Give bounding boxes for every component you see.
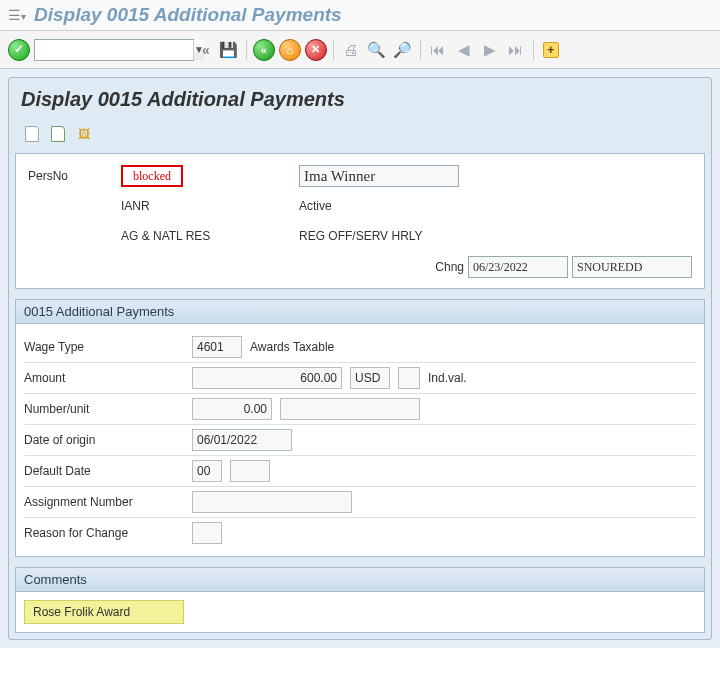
dateorigin-label: Date of origin — [24, 433, 184, 447]
position-text: REG OFF/SERV HRLY — [299, 229, 423, 243]
assignment-label: Assignment Number — [24, 495, 184, 509]
menu-icon[interactable]: ☰▾ — [8, 7, 26, 23]
command-input[interactable] — [35, 43, 193, 57]
defaultdate-extra-field[interactable] — [230, 460, 270, 482]
status-text: Active — [299, 199, 332, 213]
next-page-button[interactable]: ▶ — [479, 39, 501, 61]
app-title-bar: ☰▾ Display 0015 Additional Payments — [0, 0, 720, 31]
reason-field[interactable] — [192, 522, 222, 544]
app-title: Display 0015 Additional Payments — [34, 4, 342, 26]
persno-label: PersNo — [28, 169, 113, 183]
unit-field[interactable] — [280, 398, 420, 420]
amount-label: Amount — [24, 371, 184, 385]
comments-section-body: Rose Frolik Award — [15, 591, 705, 633]
main-toolbar: ▼ « 💾 « ⌂ ✕ 🖨 🔍 🔎 ⏮ ◀ ▶ ⏭ + — [0, 31, 720, 69]
indval-label: Ind.val. — [428, 371, 467, 385]
ok-button[interactable] — [8, 39, 30, 61]
chng-date-field: 06/23/2022 — [468, 256, 568, 278]
prev-page-button[interactable]: ◀ — [453, 39, 475, 61]
reason-label: Reason for Change — [24, 526, 184, 540]
comment-text: Rose Frolik Award — [24, 600, 184, 624]
indval-box[interactable] — [398, 367, 420, 389]
collapse-icon[interactable]: « — [202, 42, 210, 58]
person-name-field: Ima Winner — [299, 165, 459, 187]
panel-title: Display 0015 Additional Payments — [15, 84, 705, 119]
cancel-button[interactable]: ✕ — [305, 39, 327, 61]
main-panel: Display 0015 Additional Payments 🖼 PersN… — [8, 77, 712, 640]
copy-icon[interactable] — [47, 123, 69, 145]
assignment-field[interactable] — [192, 491, 352, 513]
create-icon[interactable] — [21, 123, 43, 145]
overview-icon[interactable]: 🖼 — [73, 123, 95, 145]
defaultdate-label: Default Date — [24, 464, 184, 478]
find-next-button[interactable]: 🔎 — [392, 39, 414, 61]
numberunit-field[interactable]: 0.00 — [192, 398, 272, 420]
last-page-button[interactable]: ⏭ — [505, 39, 527, 61]
amount-field[interactable]: 600.00 — [192, 367, 342, 389]
wagetype-label: Wage Type — [24, 340, 184, 354]
comments-section-header: Comments — [15, 567, 705, 591]
currency-field[interactable]: USD — [350, 367, 390, 389]
payments-section-body: Wage Type 4601 Awards Taxable Amount 600… — [15, 323, 705, 557]
first-page-button[interactable]: ⏮ — [427, 39, 449, 61]
panel-toolbar: 🖼 — [15, 119, 705, 149]
print-button[interactable]: 🖨 — [340, 39, 362, 61]
chng-label: Chng — [435, 260, 464, 274]
command-field[interactable]: ▼ — [34, 39, 194, 61]
chng-user-field: SNOUREDD — [572, 256, 692, 278]
org2-text: AG & NATL RES — [121, 229, 291, 243]
find-button[interactable]: 🔍 — [366, 39, 388, 61]
content-area: Display 0015 Additional Payments 🖼 PersN… — [0, 69, 720, 648]
save-button[interactable]: 💾 — [218, 39, 240, 61]
dateorigin-field[interactable]: 06/01/2022 — [192, 429, 292, 451]
new-session-button[interactable]: + — [540, 39, 562, 61]
org1-text: IANR — [121, 199, 291, 213]
back-button[interactable]: « — [253, 39, 275, 61]
blocked-badge: blocked — [121, 165, 183, 187]
numberunit-label: Number/unit — [24, 402, 184, 416]
person-info-block: PersNo blocked Ima Winner IANR Active AG… — [15, 153, 705, 289]
wagetype-text: Awards Taxable — [250, 340, 334, 354]
exit-button[interactable]: ⌂ — [279, 39, 301, 61]
defaultdate-field[interactable]: 00 — [192, 460, 222, 482]
wagetype-code-field[interactable]: 4601 — [192, 336, 242, 358]
payments-section-header: 0015 Additional Payments — [15, 299, 705, 323]
